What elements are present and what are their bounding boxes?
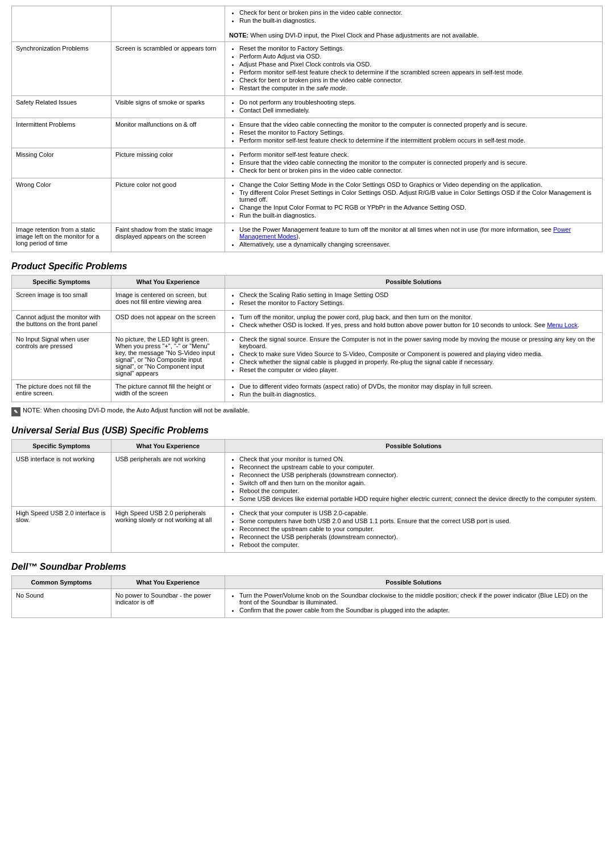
solution-cell: Ensure that the video cable connecting t… [225, 118, 603, 148]
solution-cell: Reset the monitor to Factory Settings. P… [225, 42, 603, 96]
solution-cell: Check the signal source. Ensure the Comp… [225, 333, 603, 380]
list-item: Some USB devices like external portable … [239, 495, 598, 502]
experience-cell: USB peripherals are not working [111, 453, 225, 507]
list-item: Perform monitor self-test feature check. [239, 151, 598, 158]
list-item: Run the built-in diagnostics. [239, 391, 598, 398]
list-item: Reset the monitor to Factory Settings. [239, 299, 598, 306]
symptom-cell [111, 6, 225, 42]
note-label: NOTE: When choosing DVI-D mode, the Auto… [23, 407, 250, 414]
general-problems-table: Check for bent or broken pins in the vid… [11, 6, 603, 252]
experience-cell: No power to Soundbar - the power indicat… [111, 589, 225, 618]
symptom-cell: Picture missing color [111, 148, 225, 178]
list-item: Do not perform any troubleshooting steps… [239, 99, 598, 106]
problem-cell: Synchronization Problems [12, 42, 111, 96]
problem-cell [12, 6, 111, 42]
table-row: Safety Related Issues Visible signs of s… [12, 96, 603, 118]
table-header-row: Specific Symptoms What You Experience Po… [12, 440, 603, 453]
note-text: NOTE: When using DVI-D input, the Pixel … [229, 32, 479, 39]
list-item: Try different Color Preset Settings in C… [239, 189, 598, 203]
symptom-cell: No Input Signal when user controls are p… [12, 333, 111, 380]
table-row: Image retention from a static image left… [12, 223, 603, 252]
solution-cell: Use the Power Management feature to turn… [225, 223, 603, 252]
list-item: Reconnect the upstream cable to your com… [239, 525, 598, 532]
list-item: Check for bent or broken pins in the vid… [239, 167, 598, 174]
table-row: No Input Signal when user controls are p… [12, 333, 603, 380]
problem-cell: Missing Color [12, 148, 111, 178]
table-row: Cannot adjust the monitor with the butto… [12, 311, 603, 333]
symptom-cell: The picture does not fill the entire scr… [12, 380, 111, 402]
solution-cell: Turn off the monitor, unplug the power c… [225, 311, 603, 333]
symptom-cell: Visible signs of smoke or sparks [111, 96, 225, 118]
soundbar-table: Common Symptoms What You Experience Poss… [11, 575, 603, 618]
problem-cell: Wrong Color [12, 178, 111, 223]
experience-cell: The picture cannot fill the height or wi… [111, 380, 225, 402]
solution-cell: Check the Scaling Ratio setting in Image… [225, 289, 603, 311]
list-item: Restart the computer in the safe mode. [239, 85, 598, 91]
problem-cell: Safety Related Issues [12, 96, 111, 118]
list-item: Due to different video formats (aspect r… [239, 383, 598, 390]
list-item: Ensure that the video cable connecting t… [239, 159, 598, 166]
power-management-link[interactable]: Power Management Modes [239, 226, 571, 240]
list-item: Check whether the signal cable is plugge… [239, 358, 598, 365]
list-item: Turn the Power/Volume knob on the Soundb… [239, 592, 598, 606]
list-item: Perform monitor self-test feature check … [239, 69, 598, 76]
list-item: Adjust Phase and Pixel Clock controls vi… [239, 61, 598, 68]
usb-specific-heading: Universal Serial Bus (USB) Specific Prob… [11, 425, 603, 436]
symptom-cell: Monitor malfunctions on & off [111, 118, 225, 148]
experience-cell: OSD does not appear on the screen [111, 311, 225, 333]
table-header-row: Specific Symptoms What You Experience Po… [12, 276, 603, 289]
solution-cell: Check for bent or broken pins in the vid… [225, 6, 603, 42]
product-specific-table: Specific Symptoms What You Experience Po… [11, 275, 603, 402]
solution-cell: Perform monitor self-test feature check.… [225, 148, 603, 178]
col-header-solutions: Possible Solutions [225, 276, 603, 289]
list-item: Reconnect the USB peripherals (downstrea… [239, 533, 598, 540]
col-header-symptom: Common Symptoms [12, 576, 111, 589]
symptom-cell: Faint shadow from the static image displ… [111, 223, 225, 252]
solution-cell: Due to different video formats (aspect r… [225, 380, 603, 402]
table-row: Synchronization Problems Screen is scram… [12, 42, 603, 96]
table-row: Wrong Color Picture color not good Chang… [12, 178, 603, 223]
list-item: Reconnect the USB peripherals (downstrea… [239, 471, 598, 478]
list-item: Reconnect the upstream cable to your com… [239, 464, 598, 470]
list-item: Switch off and then turn on the monitor … [239, 479, 598, 486]
list-item: Check whether OSD is locked. If yes, pre… [239, 322, 598, 328]
list-item: Contact Dell immediately. [239, 107, 598, 114]
note-icon: ✎ [11, 407, 20, 416]
col-header-solutions: Possible Solutions [225, 440, 603, 453]
list-item: Reset the monitor to Factory Settings. [239, 45, 598, 52]
soundbar-heading: Dell™ Soundbar Problems [11, 562, 603, 572]
solution-cell: Turn the Power/Volume knob on the Soundb… [225, 589, 603, 618]
col-header-symptom: Specific Symptoms [12, 276, 111, 289]
experience-cell: Image is centered on screen, but does no… [111, 289, 225, 311]
table-row: Check for bent or broken pins in the vid… [12, 6, 603, 42]
problem-cell: Image retention from a static image left… [12, 223, 111, 252]
list-item: Perform monitor self-test feature check … [239, 137, 598, 144]
symptom-cell: Screen image is too small [12, 289, 111, 311]
list-item: Run the built-in diagnostics. [239, 17, 598, 24]
symptom-cell: Picture color not good [111, 178, 225, 223]
product-specific-heading: Product Specific Problems [11, 261, 603, 272]
list-item: Change the Color Setting Mode in the Col… [239, 181, 598, 188]
col-header-symptom: Specific Symptoms [12, 440, 111, 453]
list-item: Turn off the monitor, unplug the power c… [239, 314, 598, 320]
list-item: Check that your monitor is turned ON. [239, 456, 598, 462]
list-item: Some computers have both USB 2.0 and USB… [239, 518, 598, 524]
list-item: Check for bent or broken pins in the vid… [239, 77, 598, 84]
list-item: Confirm that the power cable from the So… [239, 607, 598, 614]
menu-lock-link[interactable]: Menu Lock [547, 322, 578, 328]
list-item: Perform Auto Adjust via OSD. [239, 53, 598, 60]
list-item: Check the signal source. Ensure the Comp… [239, 336, 598, 349]
solution-cell: Change the Color Setting Mode in the Col… [225, 178, 603, 223]
list-item: Ensure that the video cable connecting t… [239, 121, 598, 128]
solution-cell: Check that your monitor is turned ON. Re… [225, 453, 603, 507]
table-row: The picture does not fill the entire scr… [12, 380, 603, 402]
symptom-cell: No Sound [12, 589, 111, 618]
table-row: No Sound No power to Soundbar - the powe… [12, 589, 603, 618]
list-item: Reset the computer or video player. [239, 366, 598, 373]
col-header-experience: What You Experience [111, 276, 225, 289]
table-row: Intermittent Problems Monitor malfunctio… [12, 118, 603, 148]
solution-cell: Do not perform any troubleshooting steps… [225, 96, 603, 118]
list-item: Check to make sure Video Source to S-Vid… [239, 350, 598, 357]
list-item: Check for bent or broken pins in the vid… [239, 9, 598, 16]
symptom-cell: USB interface is not working [12, 453, 111, 507]
